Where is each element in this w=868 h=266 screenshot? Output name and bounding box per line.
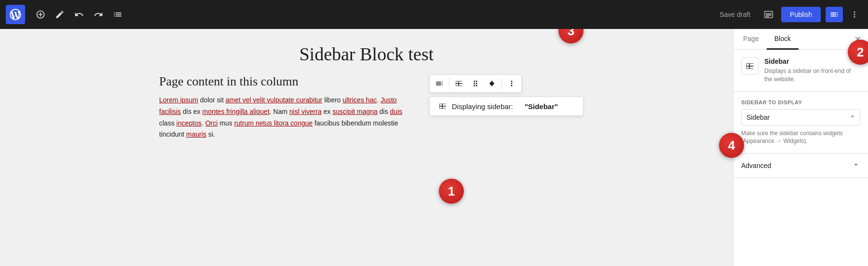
block-toolbar bbox=[429, 74, 522, 93]
right-settings-panel: 2 Page Block Sidebar Displays a sidebar … bbox=[733, 29, 868, 266]
more-block-options[interactable] bbox=[504, 77, 519, 90]
columns-wrapper: Page content in this column Lorem ipsum … bbox=[149, 74, 583, 140]
annotation-1: 1 bbox=[439, 179, 464, 204]
tab-page[interactable]: Page bbox=[735, 29, 767, 50]
column-heading: Page content in this column bbox=[159, 74, 410, 89]
drag-handle[interactable] bbox=[468, 77, 483, 90]
wordpress-logo[interactable] bbox=[6, 5, 25, 24]
sidebar-display-bar: Displaying sidebar: "Sidebar" bbox=[429, 97, 583, 116]
panel-header: Page Block bbox=[733, 29, 868, 50]
layout-button[interactable] bbox=[451, 77, 467, 90]
block-toolbar-container: Displaying sidebar: "Sidebar" bbox=[429, 74, 574, 116]
annotation-4: 4 bbox=[719, 133, 744, 158]
main-toolbar: Save draft Publish bbox=[0, 0, 868, 29]
list-view-button[interactable] bbox=[110, 7, 125, 22]
block-info-section: Sidebar Displays a sidebar on front-end … bbox=[733, 50, 868, 92]
edit-button[interactable] bbox=[52, 7, 68, 22]
publish-button[interactable]: Publish bbox=[781, 7, 821, 22]
displaying-label: Displaying sidebar: bbox=[452, 102, 513, 111]
main-area: Sidebar Block test Page content in this … bbox=[0, 29, 868, 266]
settings-sidebar-button[interactable] bbox=[826, 7, 843, 22]
left-column: Page content in this column Lorem ipsum … bbox=[149, 74, 420, 140]
preview-button[interactable] bbox=[760, 7, 777, 22]
advanced-section: Advanced bbox=[733, 154, 868, 178]
toolbar-divider bbox=[449, 78, 449, 89]
block-name: Sidebar bbox=[764, 57, 860, 65]
right-editor-column: Displaying sidebar: "Sidebar" bbox=[420, 74, 583, 140]
page-title: Sidebar Block test bbox=[149, 43, 583, 65]
sidebar-select-section: SIDEBAR TO DISPLAY Sidebar Footer Widget… bbox=[733, 92, 868, 154]
more-options-button[interactable] bbox=[847, 7, 862, 22]
add-block-button[interactable] bbox=[33, 7, 48, 22]
editor-area-wrapper: Sidebar Block test Page content in this … bbox=[0, 29, 733, 266]
sidebar-block-icon bbox=[438, 102, 447, 111]
block-type-button[interactable] bbox=[432, 77, 447, 90]
chevron-down-icon-advanced bbox=[852, 160, 860, 171]
sidebar-select-wrapper: Sidebar Footer Widget Area bbox=[741, 109, 860, 126]
save-draft-button[interactable]: Save draft bbox=[714, 8, 756, 21]
sidebar-help-text: Make sure the sidebar contains widgets (… bbox=[741, 129, 860, 146]
toolbar-divider-2 bbox=[502, 78, 502, 89]
sidebar-name-bold: "Sidebar" bbox=[525, 102, 558, 111]
block-info-text: Sidebar Displays a sidebar on front-end … bbox=[764, 57, 860, 84]
sidebar-select-label: SIDEBAR TO DISPLAY bbox=[741, 99, 860, 105]
undo-button[interactable] bbox=[71, 7, 87, 22]
redo-button[interactable] bbox=[91, 7, 106, 22]
sidebar-icon bbox=[745, 61, 755, 71]
lorem-text: Lorem ipsum dolor sit amet vel velit vul… bbox=[159, 95, 410, 140]
panel-body: Sidebar Displays a sidebar on front-end … bbox=[733, 50, 868, 266]
block-icon-box bbox=[741, 57, 759, 75]
tab-block[interactable]: Block bbox=[767, 29, 799, 50]
block-description: Displays a sidebar on front-end of the w… bbox=[764, 67, 860, 84]
move-up-down-button[interactable] bbox=[484, 77, 500, 90]
advanced-title: Advanced bbox=[741, 162, 771, 169]
editor-content: Sidebar Block test Page content in this … bbox=[149, 43, 583, 140]
advanced-header[interactable]: Advanced bbox=[741, 160, 860, 171]
editor-area: Sidebar Block test Page content in this … bbox=[0, 29, 733, 155]
sidebar-select[interactable]: Sidebar Footer Widget Area bbox=[741, 109, 860, 126]
